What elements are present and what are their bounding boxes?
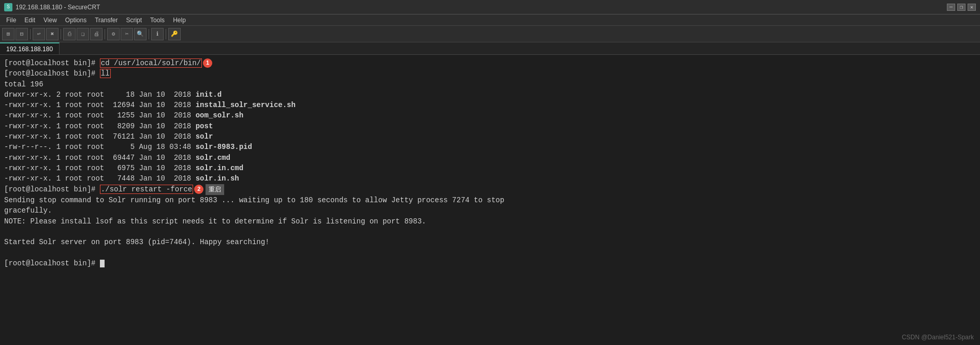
toolbar-sep3	[105, 29, 105, 39]
annotation-badge-2: 2	[194, 185, 203, 194]
title-bar-left: S 192.168.188.180 - SecureCRT	[4, 3, 100, 11]
window-title: 192.168.188.180 - SecureCRT	[16, 4, 100, 11]
terminal-line-6: -rwxr-xr-x. 1 root root 1255 Jan 10 2018…	[4, 110, 976, 121]
toolbar: ⊞ ⊟ ↩ ✖ ⎙ ❏ 🖨 ⚙ ✂ 🔍 ℹ 🔑	[0, 26, 980, 42]
terminal-area[interactable]: [root@localhost bin]# cd /usr/local/solr…	[0, 55, 980, 345]
toolbar-sep4	[149, 29, 149, 39]
toolbar-sep1	[30, 29, 31, 39]
cmd-highlight-2: ll	[100, 69, 111, 78]
toolbar-connect-btn[interactable]: ⊞	[2, 28, 14, 40]
cmd-restart-highlight: ./solr restart -force	[100, 185, 193, 194]
terminal-line-gracefully: gracefully.	[4, 205, 976, 216]
terminal-line-prompt-final: [root@localhost bin]#	[4, 258, 976, 268]
terminal-line-note: NOTE: Please install lsof as this script…	[4, 216, 976, 227]
toolbar-sep2	[61, 29, 61, 39]
menu-edit[interactable]: Edit	[20, 16, 39, 25]
minimize-button[interactable]: —	[947, 4, 955, 11]
terminal-line-blank2	[4, 247, 976, 258]
menu-transfer[interactable]: Transfer	[91, 16, 122, 25]
terminal-line-started: Started Solr server on port 8983 (pid=74…	[4, 237, 976, 247]
annotation-badge-1: 1	[203, 58, 212, 68]
terminal-line-2: [root@localhost bin]# ll	[4, 68, 976, 79]
toolbar-icon10[interactable]: ℹ	[151, 28, 164, 40]
restore-button[interactable]: ❐	[957, 4, 966, 11]
menu-help[interactable]: Help	[169, 16, 190, 25]
toolbar-icon11[interactable]: 🔑	[168, 28, 181, 40]
toolbar-icon8[interactable]: ⚙	[107, 28, 120, 40]
toolbar-icon2[interactable]: ⊟	[16, 28, 28, 40]
app-icon: S	[4, 3, 12, 11]
terminal-line-12: -rwxr-xr-x. 1 root root 7448 Jan 10 2018…	[4, 173, 976, 184]
title-bar: S 192.168.188.180 - SecureCRT — ❐ ✕	[0, 0, 980, 14]
menu-options[interactable]: Options	[61, 16, 91, 25]
terminal-line-8: -rwxr-xr-x. 1 root root 76121 Jan 10 201…	[4, 131, 976, 142]
terminal-line-sending: Sending stop command to Solr running on …	[4, 195, 976, 205]
menu-bar: File Edit View Options Transfer Script T…	[0, 14, 980, 26]
cmd-highlight-1: cd /usr/local/solr/bin/	[100, 58, 202, 68]
toolbar-icon6[interactable]: ❏	[77, 28, 89, 40]
close-button[interactable]: ✕	[968, 4, 976, 11]
tab-session[interactable]: 192.168.188.180	[0, 42, 60, 54]
menu-script[interactable]: Script	[122, 16, 146, 25]
toolbar-icon9[interactable]: ✂	[121, 28, 133, 40]
tab-bar: 192.168.188.180	[0, 42, 980, 55]
terminal-line-1: [root@localhost bin]# cd /usr/local/solr…	[4, 58, 976, 68]
toolbar-icon7[interactable]: 🖨	[90, 28, 103, 40]
terminal-line-4: drwxr-xr-x. 2 root root 18 Jan 10 2018 i…	[4, 89, 976, 100]
terminal-line-9: -rw-r--r--. 1 root root 5 Aug 18 03:48 s…	[4, 142, 976, 152]
terminal-line-7: -rwxr-xr-x. 1 root root 8209 Jan 10 2018…	[4, 121, 976, 131]
menu-file[interactable]: File	[2, 16, 20, 25]
window-controls[interactable]: — ❐ ✕	[947, 4, 976, 11]
terminal-line-11: -rwxr-xr-x. 1 root root 6975 Jan 10 2018…	[4, 163, 976, 173]
toolbar-sep5	[166, 29, 166, 39]
tab-label: 192.168.188.180	[6, 46, 53, 53]
terminal-line-restart: [root@localhost bin]# ./solr restart -fo…	[4, 184, 976, 195]
menu-view[interactable]: View	[39, 16, 61, 25]
toolbar-icon3[interactable]: ↩	[33, 28, 45, 40]
terminal-line-3: total 196	[4, 79, 976, 89]
menu-tools[interactable]: Tools	[146, 16, 169, 25]
restart-tooltip: 重启	[206, 184, 224, 195]
toolbar-icon5[interactable]: ⎙	[63, 28, 76, 40]
toolbar-icon4[interactable]: ✖	[46, 28, 58, 40]
toolbar-find-btn[interactable]: 🔍	[134, 28, 147, 40]
terminal-line-10: -rwxr-xr-x. 1 root root 69447 Jan 10 201…	[4, 153, 976, 163]
terminal-line-5: -rwxr-xr-x. 1 root root 12694 Jan 10 201…	[4, 100, 976, 110]
terminal-cursor	[100, 260, 105, 267]
terminal-line-blank1	[4, 227, 976, 237]
watermark: CSDN @Daniel521-Spark	[902, 333, 974, 342]
